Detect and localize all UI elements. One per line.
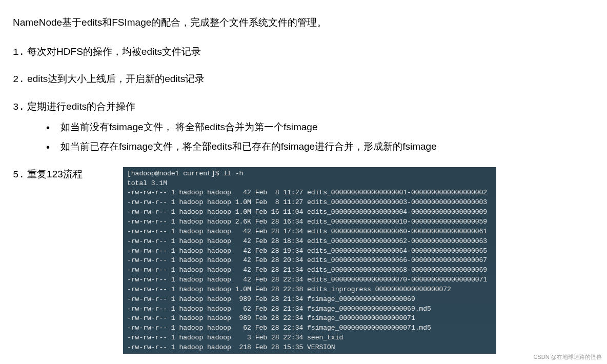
intro-paragraph: NameNode基于edits和FSImage的配合，完成整个文件系统文件的管理…: [13, 15, 594, 30]
numbered-list: 1. 每次对HDFS的操作，均被edits文件记录 2. edits达到大小上线…: [13, 45, 594, 354]
item-number: 3.: [13, 102, 25, 113]
terminal-output: [hadoop@node1 current]$ ll -h total 3.1M…: [123, 167, 496, 354]
list-item-1: 1. 每次对HDFS的操作，均被edits文件记录: [13, 45, 594, 60]
item-number: 1.: [13, 47, 25, 58]
item-number: 2.: [13, 74, 25, 85]
list-item-3: 3. 定期进行edits的合并操作 如当前没有fsimage文件， 将全部edi…: [13, 99, 594, 155]
item-number: 5.: [13, 169, 25, 180]
watermark: CSDN @在地球迷路的怪兽: [534, 353, 602, 361]
bullet-list: 如当前没有fsimage文件， 将全部edits合并为第一个fsimage 如当…: [13, 119, 594, 155]
bullet-item: 如当前没有fsimage文件， 将全部edits合并为第一个fsimage: [41, 119, 594, 135]
item-text: 定期进行edits的合并操作: [27, 101, 135, 112]
list-item-2: 2. edits达到大小上线后，开启新的edits记录: [13, 72, 594, 87]
last-label: 5. 重复123流程: [13, 167, 123, 183]
bullet-item: 如当前已存在fsimage文件，将全部edits和已存在的fsimage进行合并…: [41, 139, 594, 154]
list-item-5: 5. 重复123流程 [hadoop@node1 current]$ ll -h…: [13, 167, 594, 354]
item-text: 每次对HDFS的操作，均被edits文件记录: [27, 46, 201, 57]
item-text: edits达到大小上线后，开启新的edits记录: [27, 73, 205, 84]
item-text: 重复123流程: [27, 169, 83, 179]
